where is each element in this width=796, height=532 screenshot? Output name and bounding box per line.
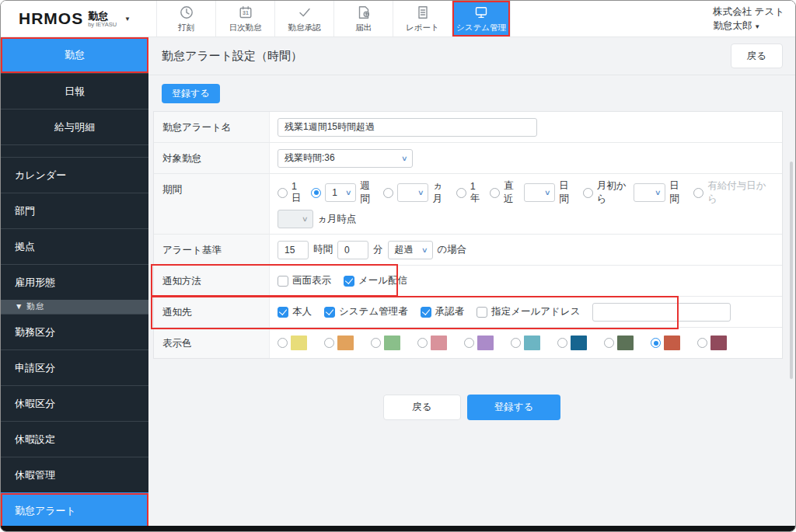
system-admin-checkbox[interactable] <box>324 307 335 318</box>
nav-item-label: 日次勤怠 <box>229 23 262 33</box>
sidebar-item-payslip[interactable]: 給与明細 <box>1 109 148 144</box>
color-radio-2[interactable] <box>371 338 381 348</box>
scrollbar-thumb[interactable] <box>790 162 793 379</box>
display-color-label: 表示色 <box>162 337 192 350</box>
period-line2: ∨ ヵ月時点 <box>278 210 356 228</box>
user-name: 勤怠太郎▼ <box>713 19 784 33</box>
specified-email-checkbox[interactable] <box>477 307 487 318</box>
period-recent-select[interactable]: ∨ <box>524 183 556 202</box>
period-option-monthstart: 月初から ∨ 日間 <box>583 179 686 206</box>
color-radio-9[interactable] <box>697 338 707 348</box>
color-radio-6[interactable] <box>557 338 567 348</box>
check-icon <box>297 5 312 20</box>
submit-button-bottom[interactable]: 登録する <box>467 395 560 420</box>
back-button-bottom[interactable]: 戻る <box>383 395 461 420</box>
back-button-top[interactable]: 戻る <box>731 43 783 68</box>
sidebar-item-employment-type[interactable]: 雇用形態 <box>1 264 148 300</box>
screen-display-checkbox[interactable] <box>278 276 288 287</box>
sidebar-item-department[interactable]: 部門 <box>1 193 148 228</box>
approver-checkbox[interactable] <box>421 307 431 318</box>
chevron-down-icon: ▼ <box>754 23 760 30</box>
nav-item-daily-attendance[interactable]: 31 日次勤怠 <box>215 1 274 37</box>
target-select[interactable]: 残業時間:36 ∨ <box>278 149 413 168</box>
period-option-year: 1年 <box>456 181 482 205</box>
window-bottom-bar <box>1 526 795 531</box>
chevron-down-icon: ∨ <box>401 155 408 162</box>
main-toolbar: 打刻 31 日次勤怠 勤怠承認 届出 <box>156 1 511 37</box>
criteria-hours-input[interactable] <box>278 241 309 259</box>
color-radio-0[interactable] <box>278 338 288 348</box>
self-checkbox[interactable] <box>278 307 288 318</box>
period-day-radio[interactable] <box>278 188 288 198</box>
period-week-radio[interactable] <box>311 188 321 198</box>
sidebar-item-kintai[interactable]: 勤怠 <box>1 37 148 73</box>
alert-settings-form: 勤怠アラート名 対象勤怠 残業時間:36 ∨ 期間 <box>153 111 783 359</box>
sidebar-item-location[interactable]: 拠点 <box>1 228 148 264</box>
color-radio-8[interactable] <box>651 338 661 348</box>
criteria-label: アラート基準 <box>162 244 222 257</box>
period-month-radio[interactable] <box>383 188 393 198</box>
sidebar-item-attendance-alert[interactable]: 勤怠アラート <box>1 492 148 528</box>
color-option-1 <box>324 336 354 350</box>
color-option-0 <box>278 336 307 350</box>
target-select-value: 残業時間:36 <box>285 151 335 165</box>
period-year-radio[interactable] <box>456 188 466 198</box>
notify-dest-self: 本人 <box>278 305 312 318</box>
period-recent-radio[interactable] <box>490 188 500 198</box>
sidebar-item-work-category[interactable]: 勤務区分 <box>1 314 148 349</box>
color-option-4 <box>464 336 494 350</box>
brand-logo[interactable]: HRMOS 勤怠 by IEYASU ▼ <box>1 1 148 37</box>
period-option-week: 1∨ 週間 <box>311 179 375 206</box>
sidebar-item-leave-category[interactable]: 休暇区分 <box>1 385 148 421</box>
account-menu[interactable]: 株式会社 テスト 勤怠太郎▼ <box>713 1 784 37</box>
color-option-8 <box>651 336 680 350</box>
alert-name-input[interactable] <box>278 118 537 137</box>
sidebar: 勤怠 日報 給与明細 カレンダー 部門 拠点 雇用形態 ▼ 勤怠 勤務区分 申請… <box>1 37 148 526</box>
chevron-down-icon[interactable]: ▼ <box>124 16 131 23</box>
color-swatch-1 <box>337 336 354 350</box>
logo-product-name: 勤怠 <box>88 11 117 22</box>
sidebar-item-calendar[interactable]: カレンダー <box>1 157 148 193</box>
color-swatch-6 <box>571 336 587 350</box>
sidebar-item-leave-management[interactable]: 休暇管理 <box>1 457 148 492</box>
sidebar-item-leave-settings[interactable]: 休暇設定 <box>1 421 148 457</box>
sidebar-item-request-category[interactable]: 申請区分 <box>1 349 148 385</box>
nav-item-report[interactable]: レポート <box>393 1 452 37</box>
nav-item-approval[interactable]: 勤怠承認 <box>274 1 333 37</box>
nav-item-punch[interactable]: 打刻 <box>156 1 215 37</box>
color-radio-7[interactable] <box>604 338 614 348</box>
form-row-target: 対象勤怠 残業時間:36 ∨ <box>154 142 782 173</box>
nav-item-system-admin[interactable]: システム管理 <box>452 1 511 37</box>
period-option-recent: 直近 ∨ 日間 <box>490 179 575 206</box>
criteria-comparison-select[interactable]: 超過∨ <box>388 241 433 259</box>
period-monthstart-radio[interactable] <box>583 188 593 198</box>
period-monthstart-select[interactable]: ∨ <box>634 183 665 202</box>
chevron-down-icon: ∨ <box>345 189 352 196</box>
color-option-5 <box>511 336 540 350</box>
period-month-point-select[interactable]: ∨ <box>278 210 313 228</box>
color-radio-1[interactable] <box>324 338 334 348</box>
notify-dest-approver: 承認者 <box>421 305 465 318</box>
sidebar-item-nippo[interactable]: 日報 <box>1 73 148 109</box>
period-month-select[interactable]: ∨ <box>397 183 428 202</box>
specified-email-input[interactable] <box>592 303 731 322</box>
criteria-minutes-input[interactable] <box>337 241 368 259</box>
document-upload-icon <box>356 5 372 20</box>
notify-dest-label: 通知先 <box>162 306 192 319</box>
period-label: 期間 <box>162 183 182 196</box>
chevron-down-icon: ∨ <box>544 189 551 196</box>
sidebar-section-kintai[interactable]: ▼ 勤怠 <box>1 300 148 314</box>
color-radio-3[interactable] <box>417 338 428 348</box>
period-week-select[interactable]: 1∨ <box>325 183 356 202</box>
mail-delivery-checkbox[interactable] <box>344 276 354 287</box>
form-row-criteria: アラート基準 時間 分 超過∨ の場合 <box>154 234 782 265</box>
nav-item-label: システム管理 <box>456 23 506 33</box>
register-button-top[interactable]: 登録する <box>162 84 220 103</box>
color-swatch-3 <box>431 336 447 350</box>
color-radio-4[interactable] <box>464 338 474 348</box>
period-paid-leave-radio[interactable] <box>693 188 703 198</box>
nav-item-request[interactable]: 届出 <box>333 1 393 37</box>
color-radio-5[interactable] <box>511 338 521 348</box>
alert-name-label: 勤怠アラート名 <box>162 121 231 134</box>
nav-item-label: 届出 <box>355 23 372 33</box>
